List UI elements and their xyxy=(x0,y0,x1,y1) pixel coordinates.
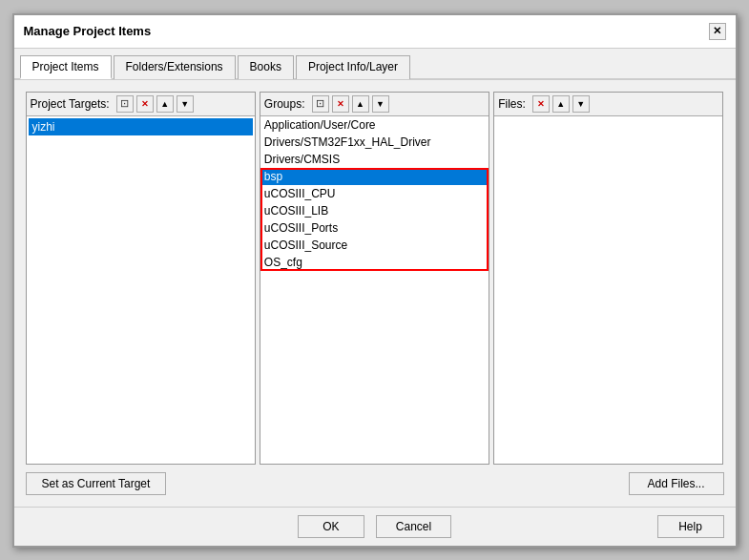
list-item[interactable]: Drivers/STM32F1xx_HAL_Driver xyxy=(260,134,489,151)
files-panel: Files: ✕ ▲ ▼ xyxy=(493,92,723,465)
files-list[interactable] xyxy=(494,116,722,464)
action-bar: Set as Current Target Add Files... xyxy=(26,465,724,495)
add-files-button[interactable]: Add Files... xyxy=(629,472,724,495)
move-target-up-button[interactable]: ▲ xyxy=(156,95,174,113)
files-title: Files: xyxy=(498,97,526,111)
move-file-down-button[interactable]: ▼ xyxy=(572,95,590,113)
new-target-button[interactable]: ⊡ xyxy=(116,95,134,113)
arrow-up-group-icon: ▲ xyxy=(356,99,364,109)
manage-project-dialog: Manage Project Items ✕ Project Items Fol… xyxy=(12,13,738,548)
delete-file-icon: ✕ xyxy=(537,99,545,109)
tab-bar: Project Items Folders/Extensions Books P… xyxy=(14,49,736,80)
arrow-down-icon: ▼ xyxy=(180,99,189,109)
ok-button[interactable]: OK xyxy=(298,515,364,538)
groups-title: Groups: xyxy=(264,97,305,111)
list-item[interactable]: Application/User/Core xyxy=(260,116,489,134)
footer-right: Help xyxy=(550,515,724,538)
dialog-title: Manage Project Items xyxy=(24,24,152,38)
cancel-button[interactable]: Cancel xyxy=(376,515,451,538)
list-item[interactable]: Drivers/CMSIS xyxy=(260,151,489,168)
arrow-up-icon: ▲ xyxy=(160,99,169,109)
project-targets-list[interactable]: yizhi xyxy=(27,116,255,464)
delete-group-icon: ✕ xyxy=(337,99,344,109)
delete-icon: ✕ xyxy=(141,99,149,109)
delete-group-button[interactable]: ✕ xyxy=(332,95,349,113)
tab-project-items[interactable]: Project Items xyxy=(20,55,112,79)
dialog-footer: OK Cancel Help xyxy=(14,507,736,546)
list-item[interactable]: uCOSIII_CPU xyxy=(260,185,489,202)
close-button[interactable]: ✕ xyxy=(709,23,726,40)
move-group-down-button[interactable]: ▼ xyxy=(372,95,389,113)
delete-target-button[interactable]: ✕ xyxy=(136,95,154,113)
list-item[interactable]: uCOSIII_Source xyxy=(260,237,489,254)
tab-books[interactable]: Books xyxy=(238,55,294,79)
panels-container: Project Targets: ⊡ ✕ ▲ ▼ yizhi xyxy=(26,92,724,465)
delete-file-button[interactable]: ✕ xyxy=(532,95,550,113)
red-border-container: bsp uCOSIII_CPU uCOSIII_LIB uCOSIII_Port… xyxy=(260,168,489,271)
footer-center-buttons: OK Cancel xyxy=(200,515,550,538)
project-targets-panel: Project Targets: ⊡ ✕ ▲ ▼ yizhi xyxy=(26,92,256,465)
arrow-up-file-icon: ▲ xyxy=(556,99,565,109)
groups-list[interactable]: Application/User/Core Drivers/STM32F1xx_… xyxy=(260,116,489,464)
move-group-up-button[interactable]: ▲ xyxy=(352,95,369,113)
groups-header: Groups: ⊡ ✕ ▲ ▼ xyxy=(260,93,489,116)
project-targets-header: Project Targets: ⊡ ✕ ▲ ▼ xyxy=(27,93,255,116)
main-content: Project Targets: ⊡ ✕ ▲ ▼ yizhi xyxy=(14,80,736,507)
help-button[interactable]: Help xyxy=(657,515,724,538)
list-item[interactable]: uCOSIII_LIB xyxy=(260,202,489,219)
tab-project-info-layer[interactable]: Project Info/Layer xyxy=(296,55,410,79)
list-item[interactable]: yizhi xyxy=(29,118,253,135)
list-item[interactable]: uCOSIII_Ports xyxy=(260,219,489,237)
groups-panel: Groups: ⊡ ✕ ▲ ▼ Application/User/Cor xyxy=(260,92,489,465)
set-current-target-button[interactable]: Set as Current Target xyxy=(26,472,167,495)
new-icon: ⊡ xyxy=(120,97,129,110)
new-group-icon: ⊡ xyxy=(316,97,324,110)
project-targets-title: Project Targets: xyxy=(31,97,110,111)
files-header: Files: ✕ ▲ ▼ xyxy=(494,93,722,116)
move-file-up-button[interactable]: ▲ xyxy=(552,95,570,113)
arrow-down-file-icon: ▼ xyxy=(576,99,585,109)
arrow-down-group-icon: ▼ xyxy=(376,99,385,109)
title-bar: Manage Project Items ✕ xyxy=(14,15,736,49)
move-target-down-button[interactable]: ▼ xyxy=(177,95,194,113)
list-item[interactable]: OS_cfg xyxy=(260,254,489,271)
new-group-button[interactable]: ⊡ xyxy=(312,95,329,113)
list-item[interactable]: bsp xyxy=(260,168,489,185)
tab-folders-extensions[interactable]: Folders/Extensions xyxy=(114,55,236,79)
